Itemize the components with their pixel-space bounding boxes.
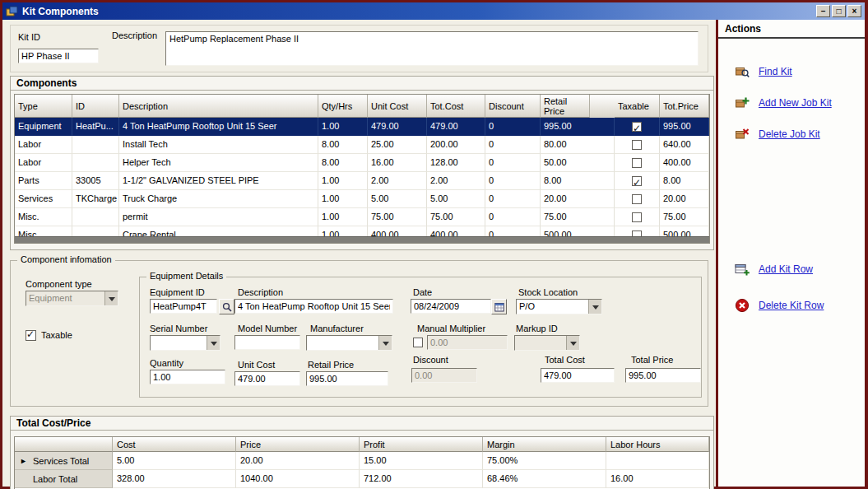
cell-unit-cost: 25.00 xyxy=(368,136,427,154)
kit-id-input[interactable] xyxy=(18,49,99,63)
totals-col-price[interactable]: Price xyxy=(236,437,360,452)
window-titlebar[interactable]: Kit Components – □ × xyxy=(2,2,865,20)
info-taxable-checkbox[interactable] xyxy=(26,330,36,341)
cell-type: Parts xyxy=(15,172,72,190)
cell-id xyxy=(72,154,119,172)
markup-id-select[interactable] xyxy=(514,335,580,351)
kit-description-input[interactable]: HetPump Replacement Phase II xyxy=(165,31,699,66)
add-new-job-kit-action[interactable]: Add New Job Kit xyxy=(735,95,832,110)
taxable-checkbox[interactable] xyxy=(632,176,642,186)
cell-description: Helper Tech xyxy=(119,154,318,172)
cell-profit: 712.00 xyxy=(360,470,483,488)
equipment-details-group: Equipment Details Equipment ID Descripti… xyxy=(139,277,702,398)
equipment-id-input[interactable] xyxy=(150,299,217,314)
cell-discount: 0 xyxy=(485,172,541,190)
col-header-qty-hrs[interactable]: Qty/Hrs xyxy=(318,95,368,118)
cell-type: Labor xyxy=(15,154,72,172)
totals-col-profit[interactable]: Profit xyxy=(360,437,483,452)
totals-col-blank xyxy=(15,437,113,452)
components-row[interactable]: Parts 33005 1-1/2" GALVANIZED STEEL PIPE… xyxy=(15,172,709,190)
serial-number-select[interactable] xyxy=(150,335,220,351)
window-icon xyxy=(6,5,18,17)
actions-panel-title: Actions xyxy=(718,20,865,39)
total-price-input[interactable] xyxy=(625,368,701,383)
chevron-down-icon xyxy=(588,300,601,314)
current-row-arrow: ► xyxy=(20,457,28,465)
cell-qty: 1.00 xyxy=(318,172,368,190)
delete-kit-row-link[interactable]: Delete Kit Row xyxy=(759,300,824,311)
close-button[interactable]: × xyxy=(847,5,861,17)
add-new-job-kit-link[interactable]: Add New Job Kit xyxy=(759,97,832,109)
component-type-label: Component type xyxy=(26,279,92,289)
delete-job-kit-icon xyxy=(735,127,750,142)
add-job-kit-icon xyxy=(735,95,750,110)
totals-row[interactable]: Labor Total 328.00 1040.00 712.00 68.46%… xyxy=(15,470,709,488)
col-header-retail-price[interactable]: Retail Price xyxy=(541,95,590,118)
discount-input[interactable] xyxy=(411,368,477,383)
col-header-tot-cost[interactable]: Tot.Cost xyxy=(427,95,485,118)
cell-taxable xyxy=(615,136,660,154)
quantity-input[interactable] xyxy=(150,370,225,384)
components-row[interactable]: Misc. permit 1.00 75.00 75.00 0 75.00 75… xyxy=(15,208,709,226)
cell-price: 1040.00 xyxy=(236,470,360,488)
components-row[interactable]: Equipment HeatPu... 4 Ton HeatPump Rooft… xyxy=(15,118,709,136)
cell-id xyxy=(72,136,119,154)
find-kit-link[interactable]: Find Kit xyxy=(759,66,792,77)
find-kit-action[interactable]: Find Kit xyxy=(735,64,792,79)
add-kit-row-action[interactable]: Add Kit Row xyxy=(735,262,813,277)
col-header-discount[interactable]: Discount xyxy=(485,95,541,118)
totals-col-cost[interactable]: Cost xyxy=(113,437,236,452)
totals-col-labor-hours[interactable]: Labor Hours xyxy=(606,437,709,452)
minimize-button[interactable]: – xyxy=(816,5,830,17)
equipment-lookup-button[interactable] xyxy=(219,299,234,314)
components-row[interactable]: Services TKCharge Truck Charge 1.00 5.00… xyxy=(15,190,709,208)
kit-components-form: Kit ID Description HetPump Replacement P… xyxy=(2,20,716,487)
manual-multiplier-label: Manual Multiplier xyxy=(417,324,485,333)
totals-row[interactable]: ► Services Total 5.00 20.00 15.00 75.00% xyxy=(15,452,709,470)
col-header-id[interactable]: ID xyxy=(72,95,119,118)
cell-retail: 8.00 xyxy=(541,172,615,190)
detail-description-label: Description xyxy=(238,287,283,297)
unit-cost-input[interactable] xyxy=(234,371,300,386)
cell-discount: 0 xyxy=(485,154,541,172)
taxable-checkbox[interactable] xyxy=(632,140,642,150)
components-row[interactable]: Labor Helper Tech 8.00 16.00 128.00 0 50… xyxy=(15,154,709,172)
totals-row-header: Labor Total xyxy=(15,470,113,488)
delete-job-kit-link[interactable]: Delete Job Kit xyxy=(759,128,820,140)
maximize-button[interactable]: □ xyxy=(832,5,846,17)
totals-section: Total Cost/Price Cost Price Profit Margi… xyxy=(10,416,714,489)
stock-location-select[interactable]: P/O xyxy=(516,299,602,314)
manufacturer-select[interactable] xyxy=(306,335,392,351)
kit-description-label: Description xyxy=(112,30,157,40)
taxable-checkbox[interactable] xyxy=(632,194,642,204)
add-kit-row-link[interactable]: Add Kit Row xyxy=(759,263,813,275)
cell-qty: 1.00 xyxy=(318,208,368,226)
delete-job-kit-action[interactable]: Delete Job Kit xyxy=(735,127,820,142)
components-row[interactable]: Labor Install Tech 8.00 25.00 200.00 0 8… xyxy=(15,136,709,154)
retail-price-input[interactable] xyxy=(306,371,388,386)
col-header-taxable[interactable]: Taxable xyxy=(615,95,660,118)
cell-type: Labor xyxy=(15,136,72,154)
manual-multiplier-input[interactable] xyxy=(427,335,508,350)
cell-description: permit xyxy=(119,208,318,226)
col-header-unit-cost[interactable]: Unit Cost xyxy=(368,95,427,118)
total-cost-input[interactable] xyxy=(541,368,615,383)
date-input[interactable] xyxy=(411,299,491,314)
detail-description-input[interactable] xyxy=(234,299,393,314)
col-header-type[interactable]: Type xyxy=(15,95,72,118)
taxable-checkbox[interactable] xyxy=(632,122,642,132)
taxable-checkbox[interactable] xyxy=(632,158,642,168)
model-number-input[interactable] xyxy=(234,335,300,350)
calendar-button[interactable] xyxy=(491,299,507,314)
magnifier-icon xyxy=(222,302,232,312)
component-type-select[interactable]: Equipment xyxy=(26,291,118,306)
col-header-description[interactable]: Description xyxy=(119,95,318,118)
totals-col-margin[interactable]: Margin xyxy=(483,437,606,452)
cell-tot-cost: 75.00 xyxy=(427,208,485,226)
cell-margin: 68.46% xyxy=(483,470,606,488)
cell-tot-cost: 5.00 xyxy=(427,190,485,208)
delete-kit-row-action[interactable]: Delete Kit Row xyxy=(735,298,824,313)
col-header-tot-price[interactable]: Tot.Price xyxy=(660,95,709,118)
taxable-checkbox[interactable] xyxy=(632,212,642,222)
manual-multiplier-checkbox[interactable] xyxy=(413,338,423,347)
